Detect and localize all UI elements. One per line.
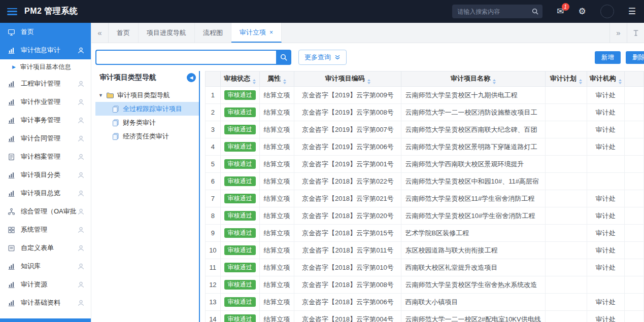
sidebar-item[interactable]: 审计信息审计 <box>0 41 91 59</box>
table-row[interactable]: 12审核通过结算立项京金咨字【2018】云字第008号云南师范大学呈贡校区学生宿… <box>206 276 644 294</box>
sidebar-item[interactable]: ▶审计项目基本信息 <box>0 59 91 75</box>
sidebar-item[interactable]: 审计资源 <box>0 275 91 294</box>
sidebar-item[interactable]: 工程审计管理 <box>0 75 91 93</box>
tree-node[interactable]: 经济责任类审计 <box>95 129 199 143</box>
sort-icon[interactable] <box>619 79 622 84</box>
extra-cell <box>624 225 643 242</box>
tab-close-icon[interactable]: × <box>269 29 273 36</box>
table-row[interactable]: 14审核通过结算立项京金咨字【2018】云字第004号云南师范大学一二一校区2#… <box>206 311 644 322</box>
chart-icon <box>8 190 15 197</box>
delete-button[interactable]: 删除 <box>626 51 644 64</box>
sidebar-item[interactable]: 首页 <box>0 23 91 41</box>
person-icon <box>77 80 85 88</box>
table-row[interactable]: 9审核通过结算立项京金咨字【2018】云字第015号艺术学院B区装修工程审计处 <box>206 225 644 242</box>
status-cell: 审核通过 <box>220 207 259 225</box>
chart-icon <box>8 281 15 289</box>
tab-item[interactable]: 项目进度导航 <box>139 23 195 43</box>
person-icon <box>77 281 85 289</box>
sort-icon[interactable] <box>283 79 286 84</box>
sidebar-item[interactable]: 审计项目分类 <box>0 166 91 184</box>
sort-icon[interactable] <box>253 79 256 84</box>
submenu-caret-icon: ▶ <box>12 64 16 69</box>
attribute-cell: 结算立项 <box>259 207 294 225</box>
workspace: 审计项目类型导航 ◀ ▼ 审计项目类型导航 全过程跟踪审计项目财务类审计经济责任… <box>91 71 644 322</box>
tree-root-node[interactable]: ▼ 审计项目类型导航 <box>95 88 199 102</box>
global-search-input[interactable] <box>452 5 543 18</box>
tree-expander-icon[interactable]: ▼ <box>98 93 103 98</box>
table-row[interactable]: 8审核通过结算立项京金咨字【2018】云字第020号云南师范大学呈贡校区10#学… <box>206 207 644 225</box>
search-icon[interactable] <box>531 8 539 15</box>
sidebar-item-label: 审计项目基本信息 <box>20 63 71 71</box>
audit-plan-cell <box>545 138 587 156</box>
sort-icon[interactable] <box>579 79 582 84</box>
audit-plan-cell <box>545 259 587 276</box>
column-header[interactable]: 审核状态 <box>220 71 259 87</box>
audit-projects-table: 审核状态属性审计项目编码审计项目名称审计计划审计机构 1审核通过结算立项京金咨字… <box>205 71 644 322</box>
audit-plan-cell <box>545 173 587 190</box>
list-search-input[interactable] <box>95 50 276 65</box>
column-header[interactable]: 属性 <box>259 71 294 87</box>
audit-org-cell: 审计处 <box>587 259 624 276</box>
pages-icon <box>112 119 120 127</box>
list-search-button[interactable] <box>276 50 291 65</box>
sidebar-item[interactable]: 综合管理（OA审批） <box>0 202 91 221</box>
sidebar-item[interactable]: 自定义表单 <box>0 239 91 257</box>
right-menu-icon[interactable]: ☰ <box>628 6 636 17</box>
column-header[interactable]: 审计计划 <box>545 71 587 87</box>
tab-item[interactable]: 审计立项× <box>231 23 282 43</box>
chart-icon <box>8 117 15 124</box>
sidebar-item[interactable]: 知识库 <box>0 257 91 275</box>
more-query-button[interactable]: 更多查询 <box>298 50 347 65</box>
tab-scroll-right-icon[interactable]: » <box>609 23 627 43</box>
toolbar: 更多查询 新增 删除 <box>91 43 644 71</box>
tree-node[interactable]: 全过程跟踪审计项目 <box>95 102 199 116</box>
column-header[interactable]: 审计机构 <box>587 71 624 87</box>
table-row[interactable]: 10审核通过结算立项京金咨字【2018】云字第011号东区校园道路与联大街衔接工… <box>206 242 644 259</box>
tab-item[interactable]: 流程图 <box>195 23 231 43</box>
add-button[interactable]: 新增 <box>595 51 621 64</box>
sidebar-item[interactable]: 审计事务管理 <box>0 111 91 129</box>
table-row[interactable]: 11审核通过结算立项京金咨字【2018】云字第010号西南联大校区礼堂提升改造项… <box>206 259 644 276</box>
sidebar-item[interactable]: 审计作业管理 <box>0 93 91 111</box>
status-cell: 审核通过 <box>220 242 259 259</box>
status-badge: 审核通过 <box>224 125 256 134</box>
table-row[interactable]: 2审核通过结算立项京金咨字【2019】云字第008号云南师范大学一二一校区消防设… <box>206 104 644 121</box>
project-name-cell: 云南师范大学呈贡校区景明路下穿隧道路灯工 <box>401 138 545 156</box>
sidebar-item[interactable]: 审计项目总览 <box>0 184 91 202</box>
tree-node[interactable]: 财务类审计 <box>95 116 199 129</box>
table-row[interactable]: 6审核通过结算立项京金咨字【2018】云字第022号云南师范大学呈贡校区中和园1… <box>206 173 644 190</box>
sidebar-item-label: 审计作业管理 <box>21 97 60 106</box>
table-row[interactable]: 5审核通过结算立项京金咨字【2019】云字第001号云南师范大学西南联大校区景观… <box>206 156 644 173</box>
sidebar-item[interactable]: 审计基础资料 <box>0 294 91 312</box>
table-header-row: 审核状态属性审计项目编码审计项目名称审计计划审计机构 <box>206 71 644 87</box>
row-index-cell: 5 <box>206 156 221 173</box>
tab-item[interactable]: 首页 <box>109 23 139 43</box>
sort-icon[interactable] <box>367 79 370 84</box>
sidebar-item-partial[interactable] <box>0 318 91 322</box>
column-header[interactable]: 审计项目编码 <box>294 71 401 87</box>
project-code-cell: 京金咨字【2019】云字第009号 <box>294 87 401 104</box>
mail-icon[interactable]: ✉1 <box>557 7 564 16</box>
menu-toggle-icon[interactable] <box>7 8 17 15</box>
project-code-cell: 京金咨字【2018】云字第011号 <box>294 242 401 259</box>
index-column-header <box>206 71 221 87</box>
user-avatar[interactable] <box>600 5 614 18</box>
table-row[interactable]: 7审核通过结算立项京金咨字【2018】云字第021号云南师范大学呈贡校区11#学… <box>206 190 644 207</box>
tab-scroll-left-icon[interactable]: « <box>91 23 109 43</box>
pin-icon[interactable] <box>627 23 644 43</box>
gear-icon[interactable]: ⚙ <box>579 7 586 16</box>
collapse-panel-button[interactable]: ◀ <box>187 73 196 82</box>
table-header: 审核状态属性审计项目编码审计项目名称审计计划审计机构 <box>206 71 644 87</box>
status-badge: 审核通过 <box>224 245 256 255</box>
table-row[interactable]: 13审核通过结算立项京金咨字【2018】云字第006号西南联大小镇项目审计处 <box>206 294 644 311</box>
sidebar-item[interactable]: 审计档案管理 <box>0 148 91 166</box>
table-row[interactable]: 3审核通过结算立项京金咨字【2019】云字第007号云南师范大学呈贡校区西南联大… <box>206 121 644 138</box>
table-row[interactable]: 1审核通过结算立项京金咨字【2019】云字第009号云南师范大学呈贡校区十九期供… <box>206 87 644 104</box>
topbar-search <box>452 5 543 18</box>
status-cell: 审核通过 <box>220 138 259 156</box>
table-row[interactable]: 4审核通过结算立项京金咨字【2019】云字第006号云南师范大学呈贡校区景明路下… <box>206 138 644 156</box>
sidebar-item[interactable]: 系统管理 <box>0 221 91 239</box>
sidebar-item[interactable]: 审计合同管理 <box>0 129 91 148</box>
column-header[interactable]: 审计项目名称 <box>401 71 545 87</box>
sort-icon[interactable] <box>493 79 496 84</box>
